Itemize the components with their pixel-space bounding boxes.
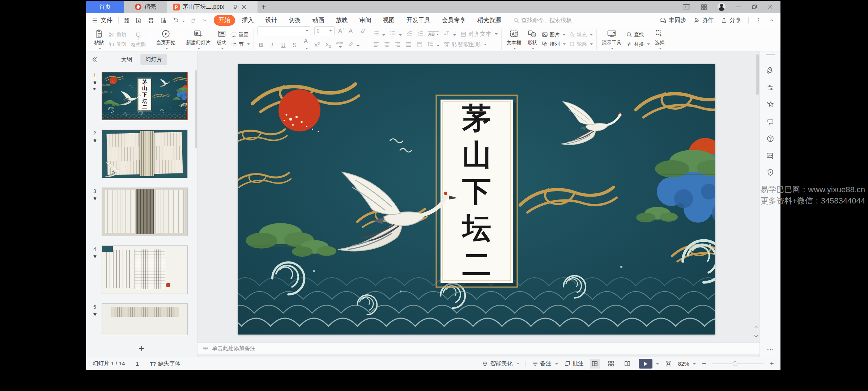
quickbar-options-icon[interactable]	[202, 18, 207, 23]
distribute-icon[interactable]	[416, 41, 423, 48]
print-preview-icon[interactable]	[160, 17, 167, 24]
format-painter-button[interactable]: 格式刷	[129, 31, 147, 48]
menu-item-transition[interactable]: 切换	[284, 15, 306, 26]
zoom-slider[interactable]	[712, 363, 763, 364]
image-tools-button[interactable]	[763, 147, 778, 164]
underline-button[interactable]: U	[280, 42, 287, 49]
font-color-button[interactable]: A	[302, 38, 310, 52]
previous-slide-icon[interactable]	[753, 324, 759, 330]
share-button[interactable]: 分享	[721, 17, 741, 24]
file-menu[interactable]: 文件	[92, 16, 116, 24]
effects-star-button[interactable]	[763, 96, 778, 113]
save-icon[interactable]	[123, 17, 130, 24]
notes-bar[interactable]: 单击此处添加备注	[197, 342, 760, 354]
increase-font-button[interactable]: A+	[338, 27, 345, 34]
phonetic-guide-button[interactable]: wén	[336, 41, 343, 49]
undo-button[interactable]	[172, 16, 185, 24]
menu-item-slideshow[interactable]: 放映	[331, 15, 353, 26]
slide-3-thumbnail[interactable]	[102, 188, 188, 236]
numbering-button[interactable]	[390, 30, 402, 38]
picture-button[interactable]: 图片	[542, 31, 566, 38]
slide-2-thumbnail[interactable]	[102, 130, 188, 178]
reading-view-button[interactable]	[622, 359, 633, 369]
align-text-button[interactable]: 对齐文本	[460, 30, 498, 38]
new-tab-button[interactable]: +	[258, 1, 270, 13]
arrange-button[interactable]: 排列	[542, 41, 566, 47]
tab-document[interactable]: P 茅山下坛二.pptx	[167, 1, 258, 13]
select-button[interactable]: 选择	[653, 29, 666, 50]
redo-icon[interactable]	[190, 17, 197, 24]
cut-button[interactable]: 剪切	[109, 31, 126, 38]
strip-more-button[interactable]	[767, 345, 774, 353]
more-menu-icon[interactable]	[756, 17, 762, 23]
reset-button[interactable]: 重置	[231, 31, 250, 38]
zoom-out-button[interactable]: −	[702, 360, 706, 368]
tab-slides[interactable]: 幻灯片	[140, 54, 167, 65]
normal-view-button[interactable]	[590, 359, 600, 369]
menu-item-animation[interactable]: 动画	[308, 15, 329, 26]
collapse-panel-icon[interactable]	[91, 56, 98, 63]
zoom-level-button[interactable]: 82%	[678, 361, 696, 367]
slide-item-1[interactable]: 1	[90, 72, 194, 120]
fit-slide-icon[interactable]	[665, 360, 672, 367]
menu-item-home[interactable]: 开始	[214, 15, 235, 26]
play-from-current-button[interactable]: 当页开始	[155, 29, 177, 50]
comments-button[interactable]: 批注	[564, 360, 584, 367]
collapse-ribbon-icon[interactable]	[769, 17, 775, 23]
font-family-select[interactable]	[258, 26, 311, 35]
slide-item-2[interactable]: 2	[90, 130, 194, 178]
tab-outline[interactable]: 大纲	[116, 54, 137, 65]
minimize-icon[interactable]	[736, 4, 741, 10]
section-button[interactable]: 节	[231, 41, 250, 47]
clear-format-icon[interactable]	[359, 28, 365, 34]
line-spacing-button[interactable]	[427, 41, 439, 49]
smart-beautify-button[interactable]: 智能美化	[482, 360, 519, 367]
templates-rocket-button[interactable]	[763, 62, 778, 79]
change-case-button[interactable]: AB	[428, 31, 439, 37]
paste-button[interactable]: 粘贴	[93, 29, 105, 50]
slide-4-thumbnail[interactable]	[102, 245, 188, 294]
text-direction-button[interactable]	[443, 30, 456, 38]
menu-item-member[interactable]: 会员专享	[437, 15, 471, 26]
layout-button[interactable]: 版式	[215, 29, 228, 50]
align-right-icon[interactable]	[395, 41, 401, 48]
menu-item-devtools[interactable]: 开发工具	[402, 15, 435, 26]
present-tools-button[interactable]: 演示工具	[600, 29, 623, 50]
missing-font-warning[interactable]: T? 缺失字体	[150, 360, 180, 367]
export-icon[interactable]	[135, 17, 142, 24]
shape-button[interactable]: 形状	[526, 29, 539, 50]
restore-icon[interactable]	[752, 4, 757, 10]
copy-button[interactable]: 复制	[109, 41, 126, 47]
convert-loop-button[interactable]	[763, 113, 778, 130]
slide-sorter-view-button[interactable]	[606, 359, 616, 369]
tab-docer[interactable]: 稻壳	[124, 1, 167, 13]
new-slide-button[interactable]: 新建幻灯片	[185, 29, 212, 50]
collaborate-button[interactable]: 协作	[693, 17, 714, 24]
subscript-button[interactable]: X2	[325, 41, 332, 49]
to-smartart-button[interactable]: 转智能图形	[444, 41, 487, 49]
fill-button[interactable]: 填充	[569, 31, 593, 38]
menu-item-docer-resources[interactable]: 稻壳资源	[473, 15, 506, 26]
help-button[interactable]	[763, 130, 778, 147]
next-slide-icon[interactable]	[753, 333, 759, 339]
decrease-indent-button[interactable]	[406, 30, 413, 38]
highlight-button[interactable]	[347, 41, 359, 49]
slide-5-thumbnail[interactable]	[102, 303, 188, 335]
tab-home[interactable]: 首页	[86, 1, 124, 13]
font-size-select[interactable]: 0	[314, 26, 335, 35]
menu-item-insert[interactable]: 插入	[237, 15, 259, 26]
menu-item-review[interactable]: 审阅	[355, 15, 376, 26]
command-search[interactable]: 查找命令、搜索模板	[513, 17, 572, 24]
find-button[interactable]: 查找	[626, 31, 650, 38]
slide-item-5[interactable]: 5	[90, 303, 194, 335]
zoom-slider-knob[interactable]	[733, 361, 737, 366]
zoom-in-button[interactable]: +	[770, 360, 774, 368]
italic-button[interactable]: I	[269, 42, 276, 49]
bold-button[interactable]: B	[258, 42, 265, 49]
slide-1-thumbnail[interactable]	[102, 72, 188, 120]
user-avatar[interactable]	[718, 3, 726, 11]
slide-canvas[interactable]	[238, 64, 715, 335]
canvas-scrollbar[interactable]	[756, 54, 759, 95]
slide-item-3[interactable]: 3	[90, 188, 194, 236]
strikethrough-button[interactable]: S	[291, 42, 298, 49]
